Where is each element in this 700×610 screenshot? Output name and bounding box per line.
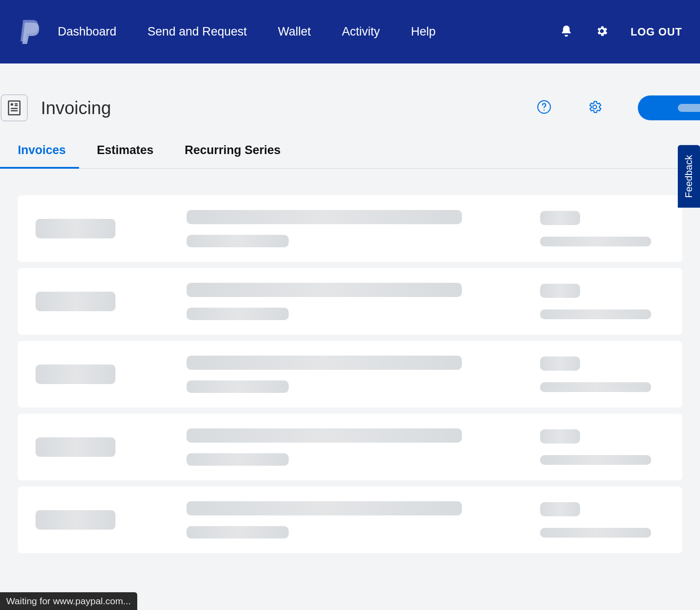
tab-recurring-series[interactable]: Recurring Series [185,143,281,168]
nav-dashboard[interactable]: Dashboard [58,25,116,39]
skeleton-placeholder [540,502,580,516]
page-actions [537,95,700,120]
feedback-tab[interactable]: Feedback [678,145,700,208]
svg-point-8 [593,105,597,109]
create-invoice-button[interactable] [638,95,700,120]
nav-send-and-request[interactable]: Send and Request [147,25,247,39]
page-header: Invoicing [0,63,700,143]
settings-icon[interactable] [587,99,602,116]
skeleton-placeholder [540,211,580,225]
loading-placeholder [678,104,700,112]
skeleton-placeholder [540,528,651,538]
tabs: Invoices Estimates Recurring Series [0,143,700,169]
skeleton-placeholder [187,501,462,515]
skeleton-placeholder [187,308,289,320]
paypal-logo[interactable] [18,19,40,45]
nav-wallet[interactable]: Wallet [278,25,311,39]
skeleton-placeholder [187,428,462,443]
nav-help[interactable]: Help [411,25,436,39]
tab-invoices[interactable]: Invoices [18,143,66,168]
invoice-list [0,169,700,553]
gear-icon[interactable] [595,24,609,40]
list-item [18,195,682,262]
list-item [18,341,682,408]
skeleton-placeholder [187,380,289,393]
page-title: Invoicing [41,98,523,118]
skeleton-placeholder [36,437,115,457]
list-item [18,268,682,335]
skeleton-placeholder [540,237,651,246]
header-actions: LOG OUT [560,24,682,40]
svg-point-7 [544,110,545,111]
skeleton-placeholder [36,364,115,384]
skeleton-placeholder [187,235,289,247]
logout-link[interactable]: LOG OUT [631,26,682,38]
skeleton-placeholder [36,219,115,238]
help-icon[interactable] [537,99,552,116]
skeleton-placeholder [187,210,462,224]
skeleton-placeholder [187,356,462,370]
skeleton-placeholder [187,283,462,297]
invoice-icon [1,95,28,121]
skeleton-placeholder [540,382,651,392]
browser-status-bar: Waiting for www.paypal.com... [0,592,137,610]
bell-icon[interactable] [560,24,573,40]
svg-rect-1 [11,103,13,106]
skeleton-placeholder [540,429,580,444]
skeleton-placeholder [540,284,580,298]
skeleton-placeholder [187,526,289,539]
skeleton-placeholder [540,455,651,465]
skeleton-placeholder [36,292,115,311]
list-item [18,487,682,553]
primary-nav: Dashboard Send and Request Wallet Activi… [58,25,555,39]
skeleton-placeholder [540,356,580,371]
skeleton-placeholder [36,510,115,530]
global-header: Dashboard Send and Request Wallet Activi… [0,0,700,63]
nav-activity[interactable]: Activity [342,25,380,39]
skeleton-placeholder [540,309,651,319]
tab-estimates[interactable]: Estimates [97,143,154,168]
list-item [18,414,682,480]
skeleton-placeholder [187,453,289,466]
